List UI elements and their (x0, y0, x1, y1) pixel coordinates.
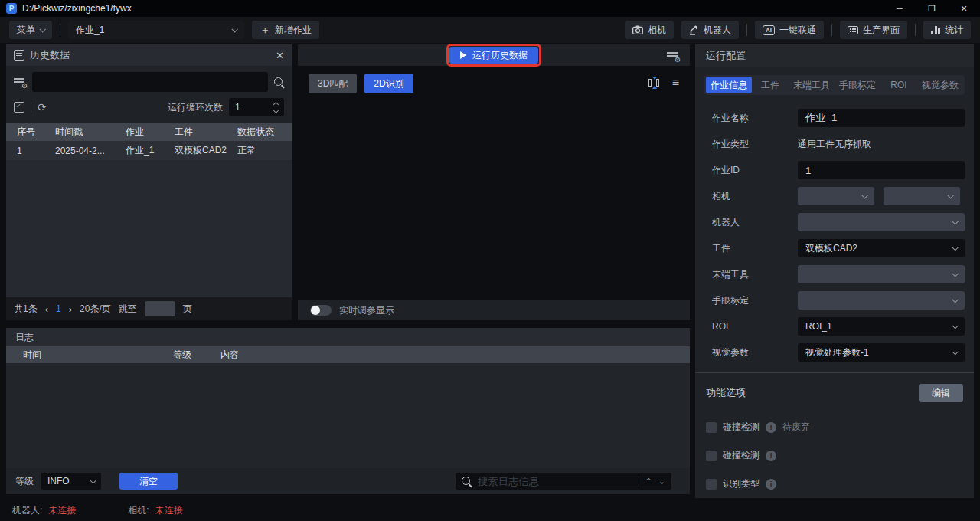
function-options-heading: 功能选项 (706, 386, 746, 400)
roi-select[interactable]: ROI_1 (798, 317, 965, 336)
camera-status-label: 相机: (128, 504, 149, 517)
checkbox[interactable] (706, 422, 717, 433)
edit-button[interactable]: 编辑 (919, 384, 963, 402)
run-cycles-stepper[interactable]: 1 (229, 98, 284, 116)
vision-params-select[interactable]: 视觉处理参数-1 (798, 343, 965, 362)
view-settings-icon[interactable] (667, 51, 679, 61)
menu-icon[interactable]: ≡ (672, 77, 679, 89)
add-job-button[interactable]: ＋ 新增作业 (252, 21, 319, 39)
run-history-highlight: 运行历史数据 (446, 44, 541, 67)
run-history-data-button[interactable]: 运行历史数据 (449, 47, 538, 64)
camera-button[interactable]: 相机 (625, 21, 674, 39)
camera-select-2[interactable] (884, 187, 960, 205)
history-document-icon (14, 50, 24, 61)
history-data-panel: 历史数据 ✕ ⟳ 运行循环次数 1 序号 时间戳 作业 工件 数据状态 1 20… (6, 44, 292, 320)
jump-page-input[interactable] (145, 301, 175, 316)
table-row[interactable]: 1 2025-04-2... 作业_1 双模板CAD2 正常 (6, 141, 292, 161)
roi-label: ROI (704, 321, 798, 332)
camera-select-1[interactable] (798, 187, 874, 205)
hand-eye-select[interactable] (798, 291, 965, 310)
chevron-down-icon (231, 26, 237, 32)
workpiece-select[interactable]: 双模板CAD2 (798, 239, 965, 257)
close-button[interactable]: ✕ (948, 0, 980, 17)
deprecated-note: 待废弃 (782, 421, 810, 434)
job-name-input[interactable] (798, 109, 965, 127)
search-icon[interactable] (274, 77, 284, 87)
plus-icon: ＋ (260, 25, 270, 35)
close-icon[interactable]: ✕ (276, 50, 284, 61)
chevron-down-icon (952, 349, 958, 355)
prev-page-icon[interactable]: ‹ (45, 303, 48, 315)
refresh-icon[interactable]: ⟳ (38, 102, 47, 113)
tab-hand-eye[interactable]: 手眼标定 (835, 77, 880, 93)
fit-view-icon[interactable] (648, 77, 660, 89)
ai-icon: AI (763, 25, 775, 35)
filter-settings-icon[interactable] (14, 77, 26, 87)
robot-select[interactable] (798, 213, 965, 231)
search-prev-icon[interactable]: ⌃ (645, 477, 652, 487)
robot-button[interactable]: 机器人 (681, 21, 739, 39)
main-toolbar: 菜单 作业_1 ＋ 新增作业 相机 机器人 AI 一键联通 (0, 17, 980, 43)
robot-status-value: 未连接 (48, 504, 76, 517)
tab-3d-match[interactable]: 3D匹配 (309, 74, 357, 93)
checkbox[interactable] (706, 479, 717, 490)
chevron-down-icon (947, 192, 953, 198)
warning-icon: ! (766, 422, 776, 433)
menu-button[interactable]: 菜单 (9, 21, 52, 39)
run-cycles-label: 运行循环次数 (168, 101, 223, 114)
tab-end-tool[interactable]: 末端工具 (789, 77, 835, 93)
config-panel-title: 运行配置 (706, 49, 746, 63)
tab-vision-params[interactable]: 视觉参数 (917, 77, 963, 93)
step-down-icon[interactable] (273, 107, 279, 113)
job-type-label: 作业类型 (704, 138, 798, 151)
option-collision-1: 碰撞检测 ! 待废弃 (695, 421, 974, 434)
chevron-down-icon (952, 270, 958, 277)
divider (31, 102, 31, 113)
config-tab-bar: 作业信息 工件 末端工具 手眼标定 ROI 视觉参数 (704, 75, 965, 95)
job-selector-dropdown[interactable]: 作业_1 (68, 21, 244, 39)
one-key-connect-button[interactable]: AI 一键联通 (755, 21, 824, 39)
live-tuning-toggle[interactable] (310, 305, 332, 316)
production-ui-button[interactable]: 生产界面 (840, 21, 907, 39)
divider (746, 24, 747, 36)
current-page[interactable]: 1 (56, 303, 61, 314)
next-page-icon[interactable]: › (69, 303, 72, 315)
end-tool-label: 末端工具 (704, 268, 798, 281)
end-tool-select[interactable] (798, 265, 965, 283)
checkbox[interactable] (706, 451, 717, 461)
robot-label: 机器人 (704, 216, 798, 229)
log-level-label: 等级 (15, 475, 34, 488)
multi-select-icon[interactable] (14, 102, 24, 113)
robot-arm-icon (689, 25, 699, 35)
job-id-input[interactable] (798, 161, 965, 179)
run-config-panel: 运行配置 作业信息 工件 末端工具 手眼标定 ROI 视觉参数 作业名称 作业类… (695, 44, 974, 498)
log-level-select[interactable]: INFO (41, 473, 101, 490)
chevron-down-icon (952, 323, 958, 329)
step-up-icon[interactable] (273, 101, 279, 106)
viewport-canvas[interactable]: 3D匹配 2D识别 ≡ (298, 66, 690, 300)
job-type-value: 通用工件无序抓取 (798, 138, 965, 151)
info-icon: i (766, 451, 776, 461)
total-count: 共1条 (14, 303, 38, 316)
restore-button[interactable]: ❐ (916, 0, 948, 17)
status-bar: 机器人: 未连接 相机: 未连接 (0, 500, 980, 521)
clear-log-button[interactable]: 清空 (119, 473, 178, 490)
tab-roi[interactable]: ROI (880, 77, 917, 93)
chevron-down-icon (861, 192, 867, 198)
hand-eye-label: 手眼标定 (704, 294, 798, 307)
tab-2d-recognition[interactable]: 2D识别 (364, 74, 413, 93)
tab-workpiece[interactable]: 工件 (752, 77, 789, 93)
workpiece-label: 工件 (704, 242, 798, 255)
history-panel-title: 历史数据 (30, 48, 70, 62)
statistics-button[interactable]: 统计 (923, 21, 971, 39)
history-search-input[interactable] (32, 72, 268, 92)
minimize-button[interactable]: ─ (884, 0, 916, 17)
divider (915, 24, 916, 36)
robot-status-label: 机器人: (12, 504, 42, 517)
search-next-icon[interactable]: ⌄ (658, 477, 665, 487)
tab-job-info[interactable]: 作业信息 (706, 77, 752, 93)
chevron-down-icon (952, 218, 958, 224)
log-search-input[interactable] (478, 476, 632, 487)
camera-label: 相机 (704, 190, 798, 203)
pagination: 共1条 ‹ 1 › 20条/页 跳至 页 (6, 297, 292, 320)
